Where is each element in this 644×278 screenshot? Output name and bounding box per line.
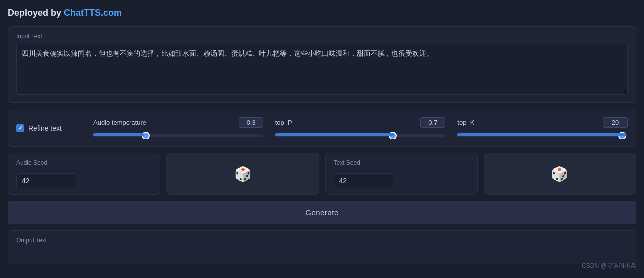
audio-temp-range-wrapper [93,131,263,139]
refine-text-group: Refine text [16,124,81,132]
audio-temp-slider[interactable] [93,134,263,137]
top-p-range-wrapper [275,131,446,139]
audio-temp-label: Audio temperature [93,119,146,126]
audio-dice-icon: 🎲 [234,166,252,182]
seeds-row: Audio Seed 🎲 Text Seed 🎲 [8,153,636,195]
audio-seed-input[interactable] [16,173,76,188]
controls-row: Refine text Audio temperature 0.3 top_P … [8,109,636,147]
audio-temp-group: Audio temperature 0.3 [93,117,263,139]
output-text-value [16,248,628,258]
text-seed-label: Text Seed [334,159,469,166]
text-seed-dice-button[interactable]: 🎲 [484,153,636,195]
header: Deployed by ChatTTS.com [8,8,636,18]
deployed-prefix: Deployed by [8,8,64,18]
top-p-slider[interactable] [275,134,446,137]
audio-seed-dice-button[interactable]: 🎲 [166,153,319,195]
top-k-group: top_K 20 [457,117,628,139]
audio-temp-value: 0.3 [239,117,263,128]
input-text-card: Input Text [8,26,636,103]
refine-text-label: Refine text [28,124,62,132]
text-seed-input[interactable] [334,173,393,188]
top-p-group: top_P 0.7 [275,117,446,139]
generate-button[interactable]: Generate [8,201,636,224]
input-text-label: Input Text [16,33,628,40]
output-text-label: Output Text [16,237,628,244]
output-text-card: Output Text [8,230,636,264]
input-text-area[interactable] [16,44,628,95]
top-p-value: 0.7 [420,117,445,128]
audio-seed-card: Audio Seed [8,153,160,195]
top-k-value: 20 [603,117,628,128]
audio-seed-label: Audio Seed [16,159,152,166]
text-dice-icon: 🎲 [551,166,568,182]
top-k-label: top_K [457,119,474,126]
top-k-range-wrapper [457,131,628,139]
text-seed-card: Text Seed [325,153,478,195]
top-k-slider[interactable] [457,134,628,137]
brand-link[interactable]: ChatTTS.com [64,8,122,18]
watermark: CSDN @寻道AI小兵 [582,262,636,270]
refine-text-checkbox[interactable] [16,124,24,132]
top-p-label: top_P [275,119,292,126]
